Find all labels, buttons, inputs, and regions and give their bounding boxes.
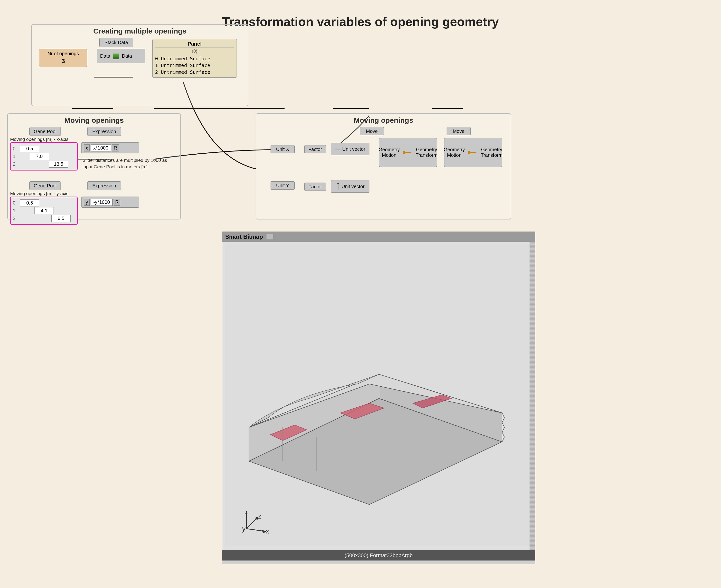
svg-text:x: x bbox=[266, 527, 269, 535]
transform2-geo-in: Geometry bbox=[444, 147, 465, 152]
creating-openings-title: Creating multiple openings bbox=[32, 25, 248, 37]
unit-vector-y-node: Unit vector bbox=[331, 180, 369, 193]
3d-viewport-svg: y z x bbox=[225, 244, 533, 546]
transform-node-1: Geometry Motion Geometry Transform bbox=[379, 138, 437, 167]
gene-pool-x-row-0: 0 0.5 bbox=[13, 145, 75, 152]
panel-title: Panel bbox=[155, 41, 234, 48]
panel-row-2: 2 Untrimmed Surface bbox=[155, 69, 234, 76]
transform1-geo-out: Geometry bbox=[416, 147, 438, 152]
moving-openings-left-title: Moving openings bbox=[8, 114, 181, 126]
transform1-arrow-icon bbox=[402, 149, 414, 156]
transform1-tra: Transform bbox=[416, 152, 438, 158]
panel-row-0: 0 Untrimmed Surface bbox=[155, 55, 234, 62]
smart-bitmap-title: Smart Bitmap bbox=[225, 233, 263, 240]
svg-marker-4 bbox=[341, 148, 342, 150]
smart-bitmap-toggle[interactable] bbox=[266, 234, 273, 240]
move-node-1[interactable]: Move bbox=[360, 127, 384, 135]
moving-openings-left-group: Moving openings Gene Pool Moving opening… bbox=[7, 113, 181, 219]
stack-icon bbox=[112, 51, 120, 60]
expr-y-node[interactable]: y -y*1000 R bbox=[81, 196, 139, 208]
svg-marker-6 bbox=[337, 183, 339, 184]
gene-pool-y-node[interactable]: Gene Pool bbox=[29, 181, 61, 190]
moving-openings-right-group: Moving openings Move Unit X Unit Y Facto… bbox=[256, 113, 511, 219]
nr-openings-node: Nr of openings 3 bbox=[39, 49, 87, 67]
gene-pool-x-box[interactable]: 0 0.5 1 7.0 2 13.5 bbox=[10, 142, 78, 170]
svg-point-7 bbox=[403, 151, 406, 154]
transform-node-2: Geometry Motion Geometry Transform bbox=[444, 138, 502, 167]
data-stack-node: Data Data bbox=[97, 49, 145, 63]
panel-sub: {0} bbox=[155, 49, 234, 54]
expr-y-port: y bbox=[84, 199, 90, 206]
expr-x-label-node[interactable]: Expression bbox=[87, 127, 121, 136]
svg-text:z: z bbox=[258, 512, 261, 520]
panel-box: Panel {0} 0 Untrimmed Surface 1 Untrimme… bbox=[152, 39, 237, 78]
unit-vector-x-node: Unit vector bbox=[331, 143, 369, 155]
gene-pool-y-row-2: 2 6.5 bbox=[13, 215, 75, 222]
nr-openings-label: Nr of openings bbox=[43, 51, 83, 57]
transform1-mot: Motion bbox=[379, 152, 400, 158]
unit-x-node[interactable]: Unit X bbox=[271, 145, 295, 153]
stack-data-node[interactable]: Stack Data bbox=[99, 38, 133, 47]
transform2-tra: Transform bbox=[481, 152, 503, 158]
viewport-body: y z x bbox=[222, 241, 535, 550]
panel-row-1: 1 Untrimmed Surface bbox=[155, 62, 234, 69]
expr-x-node[interactable]: x x*1000 R bbox=[81, 142, 139, 153]
svg-point-10 bbox=[468, 151, 471, 154]
factor-y-node: Factor bbox=[304, 183, 326, 191]
svg-rect-0 bbox=[113, 56, 119, 57]
factor-x-node: Factor bbox=[304, 145, 326, 153]
transform1-geo-in: Geometry bbox=[379, 147, 400, 152]
gene-pool-y-sublabel: Moving openings [m] - y-axis bbox=[10, 191, 68, 196]
zigzag-border-right bbox=[530, 241, 535, 550]
creating-openings-group: Creating multiple openings Stack Data Nr… bbox=[31, 24, 248, 106]
expr-y-label-node[interactable]: Expression bbox=[87, 181, 121, 190]
gene-pool-x-sublabel: Moving openings [m] - x-axis bbox=[10, 137, 68, 142]
transform2-mot: Motion bbox=[444, 152, 465, 158]
transform2-geo-out: Geometry bbox=[481, 147, 503, 152]
data-stack-right: Data bbox=[122, 53, 132, 59]
moving-openings-right-title: Moving openings bbox=[256, 114, 511, 126]
gene-pool-x-row-2: 2 13.5 bbox=[13, 161, 75, 168]
svg-rect-2 bbox=[113, 57, 119, 59]
x-arrow-icon bbox=[335, 147, 342, 151]
expr-x-text: x*1000 bbox=[91, 145, 111, 151]
svg-text:y: y bbox=[242, 525, 246, 532]
expr-x-r: R bbox=[112, 145, 119, 151]
expr-x-port: x bbox=[84, 145, 90, 151]
y-arrow-icon bbox=[336, 183, 340, 190]
smart-bitmap-titlebar: Smart Bitmap bbox=[222, 232, 535, 241]
unit-y-node[interactable]: Unit Y bbox=[271, 181, 295, 190]
nr-openings-value: 3 bbox=[43, 57, 83, 65]
gene-pool-y-row-0: 0 0.5 bbox=[13, 200, 75, 207]
svg-marker-12 bbox=[475, 151, 476, 153]
svg-rect-1 bbox=[113, 54, 119, 56]
gene-pool-y-box[interactable]: 0 0.5 1 4.1 2 6.5 bbox=[10, 196, 78, 225]
gene-pool-x-row-1: 1 7.0 bbox=[13, 153, 75, 160]
data-stack-left: Data bbox=[100, 53, 110, 59]
note-text: Slider distances are multiplied by 1000 … bbox=[83, 157, 174, 170]
smart-bitmap-footer: (500x300) Format32bppArgb bbox=[222, 550, 535, 561]
transform2-arrow-icon bbox=[467, 149, 479, 156]
move-node-2[interactable]: Move bbox=[447, 127, 471, 135]
gene-pool-x-node[interactable]: Gene Pool bbox=[29, 127, 61, 136]
expr-y-r: R bbox=[113, 199, 120, 206]
gene-pool-y-row-1: 1 4.1 bbox=[13, 207, 75, 214]
smart-bitmap-window: Smart Bitmap bbox=[222, 232, 535, 564]
expr-y-text: -y*1000 bbox=[91, 199, 113, 206]
svg-marker-9 bbox=[410, 151, 411, 153]
